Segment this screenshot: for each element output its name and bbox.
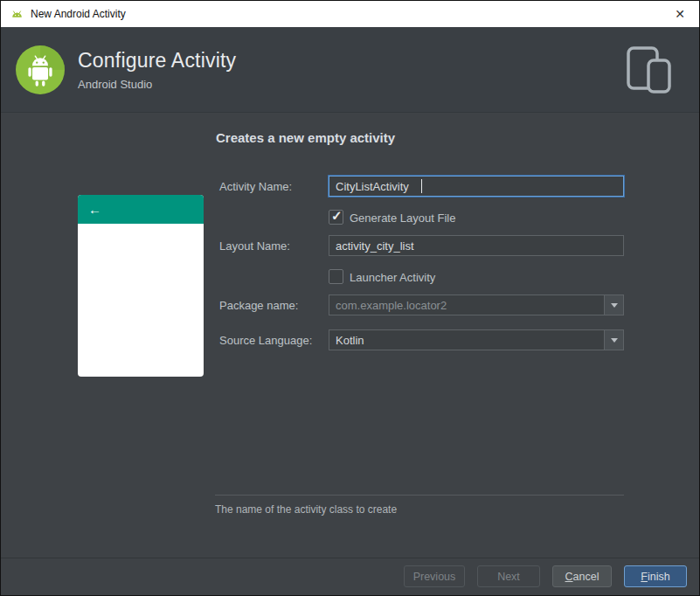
preview-appbar: ← <box>78 195 204 224</box>
new-android-activity-dialog: New Android Activity ✕ <box>0 0 700 596</box>
activity-name-label: Activity Name: <box>219 180 292 193</box>
generate-layout-label[interactable]: Generate Layout File <box>350 211 455 225</box>
activity-name-input[interactable] <box>329 176 624 197</box>
field-helper-text: The name of the activity class to create <box>215 503 397 516</box>
form-separator <box>215 495 624 496</box>
source-language-label: Source Language: <box>219 334 312 347</box>
layout-name-field <box>329 235 624 256</box>
titlebar: New Android Activity ✕ <box>1 1 699 27</box>
generate-layout-checkbox[interactable] <box>329 210 343 225</box>
chevron-down-icon <box>611 338 618 343</box>
chevron-down-icon <box>611 303 618 308</box>
footer: Previous Next Cancel Finish <box>1 558 699 596</box>
activity-name-field <box>329 176 624 197</box>
wizard-subtitle: Android Studio <box>78 78 236 91</box>
wizard-header: Configure Activity Android Studio <box>1 27 699 113</box>
text-caret <box>421 179 422 193</box>
close-icon[interactable]: ✕ <box>668 3 692 25</box>
source-language-value: Kotlin <box>329 334 604 347</box>
activity-preview: ← <box>78 195 204 377</box>
step-heading: Creates a new empty activity <box>216 130 395 145</box>
wizard-title: Configure Activity <box>78 49 236 73</box>
wizard-content: Creates a new empty activity ← Activity … <box>1 114 699 558</box>
package-name-label: Package name: <box>219 299 298 312</box>
source-language-dropdown-button[interactable] <box>604 330 623 350</box>
finish-button[interactable]: Finish <box>624 565 687 587</box>
window-title: New Android Activity <box>31 8 126 20</box>
layout-name-input[interactable] <box>329 235 624 256</box>
android-head-icon <box>10 7 24 22</box>
launcher-activity-label[interactable]: Launcher Activity <box>350 271 435 284</box>
next-button: Next <box>477 565 540 587</box>
android-studio-logo <box>15 45 66 95</box>
launcher-activity-checkbox[interactable] <box>329 269 343 284</box>
layout-name-label: Layout Name: <box>219 239 290 253</box>
previous-button: Previous <box>404 565 465 587</box>
cancel-button[interactable]: Cancel <box>552 565 612 587</box>
package-name-value: com.example.locator2 <box>329 299 604 312</box>
package-name-combobox[interactable]: com.example.locator2 <box>329 295 624 315</box>
back-arrow-icon: ← <box>88 203 101 216</box>
source-language-dropdown[interactable]: Kotlin <box>329 329 624 350</box>
devices-icon <box>626 45 673 94</box>
package-name-dropdown-button[interactable] <box>604 295 623 315</box>
